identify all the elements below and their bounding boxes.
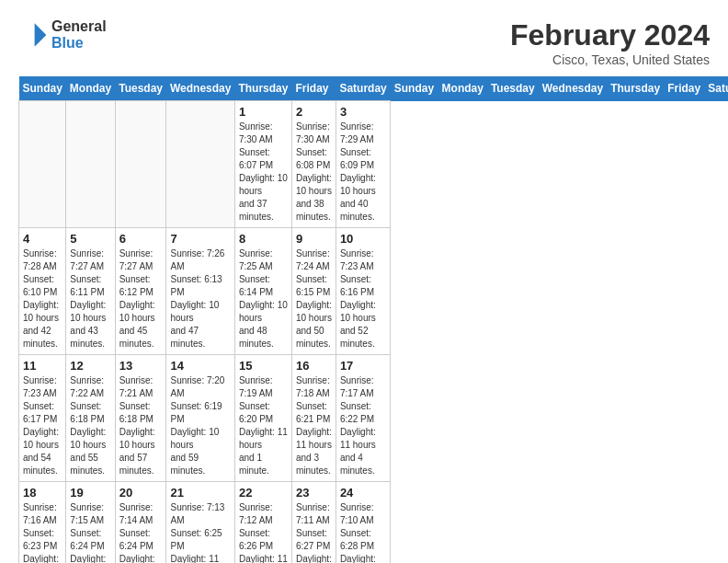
day-info: Sunrise: 7:27 AM Sunset: 6:11 PM Dayligh…: [70, 247, 110, 350]
calendar-cell: [115, 101, 166, 228]
day-number: 4: [23, 232, 62, 246]
day-header-friday: Friday: [664, 76, 704, 101]
calendar-cell: 3Sunrise: 7:29 AM Sunset: 6:09 PM Daylig…: [336, 101, 390, 228]
day-header-thursday: Thursday: [607, 76, 664, 101]
logo: General Blue: [18, 18, 107, 51]
calendar-header-row: SundayMondayTuesdayWednesdayThursdayFrid…: [19, 76, 729, 101]
day-info: Sunrise: 7:14 AM Sunset: 6:24 PM Dayligh…: [119, 501, 163, 563]
day-number: 17: [340, 359, 386, 373]
day-info: Sunrise: 7:28 AM Sunset: 6:10 PM Dayligh…: [23, 247, 62, 350]
day-header-monday: Monday: [66, 76, 115, 101]
day-info: Sunrise: 7:30 AM Sunset: 6:07 PM Dayligh…: [239, 121, 288, 224]
calendar-cell: 17Sunrise: 7:17 AM Sunset: 6:22 PM Dayli…: [336, 355, 390, 482]
calendar-cell: 9Sunrise: 7:24 AM Sunset: 6:15 PM Daylig…: [291, 228, 336, 355]
calendar-cell: 23Sunrise: 7:11 AM Sunset: 6:27 PM Dayli…: [291, 482, 336, 564]
svg-marker-0: [35, 23, 47, 47]
day-info: Sunrise: 7:19 AM Sunset: 6:20 PM Dayligh…: [239, 374, 288, 477]
day-number: 21: [170, 486, 230, 500]
calendar-week-3: 18Sunrise: 7:16 AM Sunset: 6:23 PM Dayli…: [19, 482, 729, 564]
calendar-cell: 15Sunrise: 7:19 AM Sunset: 6:20 PM Dayli…: [234, 355, 291, 482]
logo-line2: Blue: [51, 35, 107, 52]
day-info: Sunrise: 7:12 AM Sunset: 6:26 PM Dayligh…: [239, 501, 288, 563]
day-number: 18: [23, 486, 62, 500]
calendar-cell: 24Sunrise: 7:10 AM Sunset: 6:28 PM Dayli…: [336, 482, 390, 564]
calendar-cell: 20Sunrise: 7:14 AM Sunset: 6:24 PM Dayli…: [115, 482, 166, 564]
day-header-saturday: Saturday: [704, 76, 728, 101]
day-info: Sunrise: 7:23 AM Sunset: 6:16 PM Dayligh…: [340, 247, 386, 350]
day-info: Sunrise: 7:29 AM Sunset: 6:09 PM Dayligh…: [340, 121, 386, 224]
day-info: Sunrise: 7:22 AM Sunset: 6:18 PM Dayligh…: [70, 374, 110, 477]
day-number: 16: [296, 359, 332, 373]
day-number: 11: [23, 359, 62, 373]
day-number: 24: [340, 486, 386, 500]
calendar-cell: 7Sunrise: 7:26 AM Sunset: 6:13 PM Daylig…: [166, 228, 234, 355]
day-info: Sunrise: 7:15 AM Sunset: 6:24 PM Dayligh…: [70, 501, 110, 563]
day-number: 22: [239, 486, 288, 500]
day-info: Sunrise: 7:30 AM Sunset: 6:08 PM Dayligh…: [296, 121, 332, 224]
day-info: Sunrise: 7:16 AM Sunset: 6:23 PM Dayligh…: [23, 501, 62, 563]
day-header-saturday: Saturday: [336, 76, 390, 101]
day-info: Sunrise: 7:10 AM Sunset: 6:28 PM Dayligh…: [340, 501, 386, 563]
day-header-tuesday: Tuesday: [487, 76, 539, 101]
day-info: Sunrise: 7:18 AM Sunset: 6:21 PM Dayligh…: [296, 374, 332, 477]
calendar-cell: 21Sunrise: 7:13 AM Sunset: 6:25 PM Dayli…: [166, 482, 234, 564]
day-header-tuesday: Tuesday: [115, 76, 166, 101]
day-number: 14: [170, 359, 230, 373]
day-info: Sunrise: 7:27 AM Sunset: 6:12 PM Dayligh…: [119, 247, 163, 350]
day-header-sunday: Sunday: [19, 76, 66, 101]
day-info: Sunrise: 7:24 AM Sunset: 6:15 PM Dayligh…: [296, 247, 332, 350]
day-info: Sunrise: 7:20 AM Sunset: 6:19 PM Dayligh…: [170, 374, 230, 477]
location: Cisco, Texas, United States: [510, 52, 710, 67]
calendar-cell: 6Sunrise: 7:27 AM Sunset: 6:12 PM Daylig…: [115, 228, 166, 355]
month-title: February 2024: [510, 18, 710, 52]
day-info: Sunrise: 7:13 AM Sunset: 6:25 PM Dayligh…: [170, 501, 230, 563]
calendar-cell: 12Sunrise: 7:22 AM Sunset: 6:18 PM Dayli…: [66, 355, 115, 482]
calendar-cell: 16Sunrise: 7:18 AM Sunset: 6:21 PM Dayli…: [291, 355, 336, 482]
calendar-cell: 18Sunrise: 7:16 AM Sunset: 6:23 PM Dayli…: [19, 482, 66, 564]
calendar-cell: 11Sunrise: 7:23 AM Sunset: 6:17 PM Dayli…: [19, 355, 66, 482]
day-number: 20: [119, 486, 163, 500]
day-info: Sunrise: 7:21 AM Sunset: 6:18 PM Dayligh…: [119, 374, 163, 477]
calendar-cell: 1Sunrise: 7:30 AM Sunset: 6:07 PM Daylig…: [234, 101, 291, 228]
day-number: 7: [170, 232, 230, 246]
calendar-cell: 19Sunrise: 7:15 AM Sunset: 6:24 PM Dayli…: [66, 482, 115, 564]
day-number: 23: [296, 486, 332, 500]
day-header-sunday: Sunday: [391, 76, 438, 101]
calendar-table: SundayMondayTuesdayWednesdayThursdayFrid…: [18, 76, 728, 563]
day-header-wednesday: Wednesday: [539, 76, 607, 101]
logo-line1: General: [51, 18, 107, 35]
logo-icon: [18, 20, 48, 50]
calendar-cell: 5Sunrise: 7:27 AM Sunset: 6:11 PM Daylig…: [66, 228, 115, 355]
calendar-week-2: 11Sunrise: 7:23 AM Sunset: 6:17 PM Dayli…: [19, 355, 729, 482]
day-header-friday: Friday: [291, 76, 336, 101]
calendar-week-0: 1Sunrise: 7:30 AM Sunset: 6:07 PM Daylig…: [19, 101, 729, 228]
calendar-cell: [66, 101, 115, 228]
day-number: 6: [119, 232, 163, 246]
day-header-thursday: Thursday: [234, 76, 291, 101]
day-number: 3: [340, 105, 386, 119]
day-number: 5: [70, 232, 110, 246]
day-header-wednesday: Wednesday: [166, 76, 234, 101]
calendar-cell: 2Sunrise: 7:30 AM Sunset: 6:08 PM Daylig…: [291, 101, 336, 228]
day-number: 9: [296, 232, 332, 246]
calendar-cell: 4Sunrise: 7:28 AM Sunset: 6:10 PM Daylig…: [19, 228, 66, 355]
day-number: 2: [296, 105, 332, 119]
day-number: 19: [70, 486, 110, 500]
day-number: 15: [239, 359, 288, 373]
calendar-week-1: 4Sunrise: 7:28 AM Sunset: 6:10 PM Daylig…: [19, 228, 729, 355]
day-info: Sunrise: 7:11 AM Sunset: 6:27 PM Dayligh…: [296, 501, 332, 563]
day-header-monday: Monday: [438, 76, 487, 101]
day-info: Sunrise: 7:26 AM Sunset: 6:13 PM Dayligh…: [170, 247, 230, 350]
day-info: Sunrise: 7:23 AM Sunset: 6:17 PM Dayligh…: [23, 374, 62, 477]
day-info: Sunrise: 7:17 AM Sunset: 6:22 PM Dayligh…: [340, 374, 386, 477]
day-number: 13: [119, 359, 163, 373]
day-info: Sunrise: 7:25 AM Sunset: 6:14 PM Dayligh…: [239, 247, 288, 350]
title-section: February 2024 Cisco, Texas, United State…: [510, 18, 710, 67]
calendar-cell: 8Sunrise: 7:25 AM Sunset: 6:14 PM Daylig…: [234, 228, 291, 355]
calendar-cell: 10Sunrise: 7:23 AM Sunset: 6:16 PM Dayli…: [336, 228, 390, 355]
calendar-cell: 22Sunrise: 7:12 AM Sunset: 6:26 PM Dayli…: [234, 482, 291, 564]
day-number: 12: [70, 359, 110, 373]
calendar-cell: 14Sunrise: 7:20 AM Sunset: 6:19 PM Dayli…: [166, 355, 234, 482]
day-number: 10: [340, 232, 386, 246]
calendar-cell: 13Sunrise: 7:21 AM Sunset: 6:18 PM Dayli…: [115, 355, 166, 482]
